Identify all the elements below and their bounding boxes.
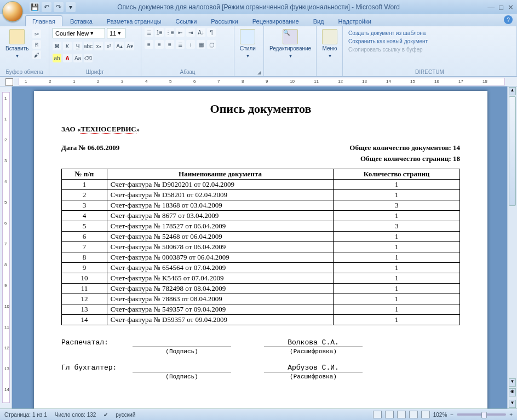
sort-icon[interactable]: A↓ — [197, 28, 205, 37]
table-row: 2Счет-фактура № D58201 от 02.04.20091 — [62, 190, 460, 200]
borders-icon[interactable]: ▢ — [207, 40, 216, 49]
grow-font-icon[interactable]: A▴ — [115, 42, 124, 50]
web-view-icon[interactable] — [397, 411, 406, 418]
qat-more-icon[interactable]: ▾ — [66, 2, 76, 12]
copy-icon[interactable]: ⎘ — [32, 40, 41, 49]
clear-format-icon[interactable]: ⌫ — [84, 54, 93, 62]
line-spacing-icon[interactable]: ↕ — [186, 40, 195, 49]
numbering-icon[interactable]: 1≡ — [155, 28, 164, 37]
dialog-launcher-icon[interactable]: ◢ — [257, 70, 261, 75]
page: Опись документов ЗАО «ТЕХНОСЕРВИС» Дата … — [34, 91, 487, 409]
save-icon[interactable]: 💾 — [30, 2, 39, 12]
align-right-icon[interactable]: ≡ — [165, 40, 174, 49]
justify-icon[interactable]: ≣ — [176, 40, 185, 49]
document-canvas[interactable]: Опись документов ЗАО «ТЕХНОСЕРВИС» Дата … — [12, 87, 507, 409]
vertical-ruler[interactable]: 1123456789101112131415 — [0, 87, 12, 409]
tab-4[interactable]: Рассылки — [204, 16, 244, 26]
indent-inc-icon[interactable]: ⇥ — [186, 28, 195, 37]
spell-icon[interactable]: ✔ — [104, 412, 108, 418]
superscript-icon[interactable]: x² — [105, 42, 113, 50]
group-styles-label: ◢ — [238, 74, 260, 75]
minimize-button[interactable]: — — [487, 3, 495, 11]
scroll-thumb[interactable] — [509, 96, 516, 206]
outline-view-icon[interactable] — [409, 411, 418, 418]
format-painter-icon[interactable]: 🖌 — [32, 50, 41, 59]
scroll-down-icon[interactable]: ▼ — [509, 378, 516, 387]
directum-copylink-link[interactable]: Скопировать ссылку в буфер — [348, 47, 428, 53]
horizontal-ruler[interactable]: 12123456789101112131415161718 — [0, 77, 517, 87]
styles-button[interactable]: Стили▾ — [238, 28, 258, 60]
directum-saveas-link[interactable]: Сохранить как новый документ — [348, 38, 428, 44]
redo-icon[interactable]: ↷ — [54, 2, 64, 12]
bullets-icon[interactable]: ≣ — [145, 28, 153, 37]
styles-icon — [240, 29, 255, 44]
next-page-icon[interactable]: ▼ — [509, 400, 516, 408]
table-row: 14Счет-фактура № D59357 от 09.04.20091 — [62, 315, 460, 325]
date-label: Дата № 06.05.2009 — [61, 143, 119, 152]
tab-2[interactable]: Разметка страницы — [100, 16, 168, 26]
tab-0[interactable]: Главная — [25, 15, 62, 26]
tab-5[interactable]: Рецензирование — [246, 16, 306, 26]
status-words[interactable]: Число слов: 132 — [55, 412, 96, 418]
chevron-down-icon: ▾ — [289, 53, 292, 59]
office-button[interactable] — [2, 1, 23, 22]
tab-1[interactable]: Вставка — [64, 16, 99, 26]
directum-create-link[interactable]: Создать документ из шаблона — [348, 30, 428, 36]
bold-icon[interactable]: Ж — [53, 42, 61, 50]
scroll-up-icon[interactable]: ▲ — [509, 87, 516, 95]
full-screen-view-icon[interactable] — [385, 411, 394, 418]
quick-access-toolbar: 💾 ↶ ↷ ▾ — [30, 2, 76, 12]
font-name-select[interactable]: Courier New ▾ — [53, 28, 105, 38]
table-row: 8Счет-фактура № 0003879 от 06.04.20091 — [62, 252, 460, 263]
status-lang[interactable]: русский — [116, 412, 135, 418]
menu-icon — [322, 29, 337, 44]
table-row: 10Счет-фактура № K5465 от 07.04.20091 — [62, 273, 460, 284]
company-line: ЗАО «ТЕХНОСЕРВИС» — [61, 125, 460, 134]
zoom-out-icon[interactable]: − — [450, 412, 453, 418]
zoom-slider[interactable] — [457, 413, 506, 416]
shrink-font-icon[interactable]: A▾ — [125, 42, 134, 50]
status-page[interactable]: Страница: 1 из 1 — [4, 412, 47, 418]
help-icon[interactable]: ? — [504, 15, 513, 24]
group-clipboard-label: Буфер обмена — [3, 68, 45, 75]
ribbon: Вставить ▾ ✂ ⎘ 🖌 Буфер обмена Courier Ne… — [0, 26, 517, 77]
draft-view-icon[interactable] — [421, 411, 430, 418]
chevron-down-icon: ▾ — [246, 53, 249, 59]
tab-6[interactable]: Вид — [307, 16, 331, 26]
table-header: № п/п — [62, 169, 107, 180]
group-font-label: Шрифт — [53, 68, 137, 75]
highlight-icon[interactable]: ab — [53, 54, 61, 62]
show-marks-icon[interactable]: ¶ — [207, 28, 216, 37]
menu-button[interactable]: Меню▾ — [320, 28, 340, 60]
table-row: 7Счет-фактура № 500678 от 06.04.20091 — [62, 242, 460, 252]
close-button[interactable]: ✕ — [508, 3, 514, 11]
indent-dec-icon[interactable]: ⇤ — [176, 28, 185, 37]
font-size-select[interactable]: 11 ▾ — [107, 28, 125, 38]
cut-icon[interactable]: ✂ — [32, 30, 41, 38]
print-layout-view-icon[interactable] — [373, 411, 382, 418]
change-case-icon[interactable]: Aa — [73, 54, 82, 62]
align-center-icon[interactable]: ≡ — [155, 40, 164, 49]
subscript-icon[interactable]: x₂ — [94, 42, 103, 50]
align-left-icon[interactable]: ≡ — [145, 40, 153, 49]
signature-block: Распечатал: Волкова С.А. (Подпись) (Расш… — [61, 338, 460, 380]
tab-3[interactable]: Ссылки — [169, 16, 204, 26]
zoom-in-icon[interactable]: + — [509, 412, 513, 418]
multilevel-icon[interactable]: ⋮≡ — [165, 28, 174, 37]
status-zoom[interactable]: 102% — [433, 412, 447, 418]
undo-icon[interactable]: ↶ — [42, 2, 51, 12]
italic-icon[interactable]: К — [63, 42, 72, 50]
editing-button[interactable]: 🔍Редактирование▾ — [267, 28, 313, 60]
underline-icon[interactable]: Ч — [73, 42, 82, 50]
doc-title: Опись документов — [61, 102, 460, 116]
maximize-button[interactable]: □ — [499, 3, 503, 11]
vertical-scrollbar[interactable]: ▲ ▼ ◉ ▼ — [507, 87, 517, 409]
chevron-down-icon: ▾ — [16, 53, 19, 59]
font-color-icon[interactable]: A — [63, 54, 72, 62]
prev-page-icon[interactable]: ◉ — [509, 388, 516, 396]
tab-7[interactable]: Надстройки — [332, 16, 378, 26]
total-pages-label: Общее количество страниц: 18 — [360, 154, 460, 163]
strike-icon[interactable]: abc — [84, 42, 93, 50]
paste-button[interactable]: Вставить ▾ — [3, 28, 31, 60]
shading-icon[interactable]: ▦ — [197, 40, 205, 49]
